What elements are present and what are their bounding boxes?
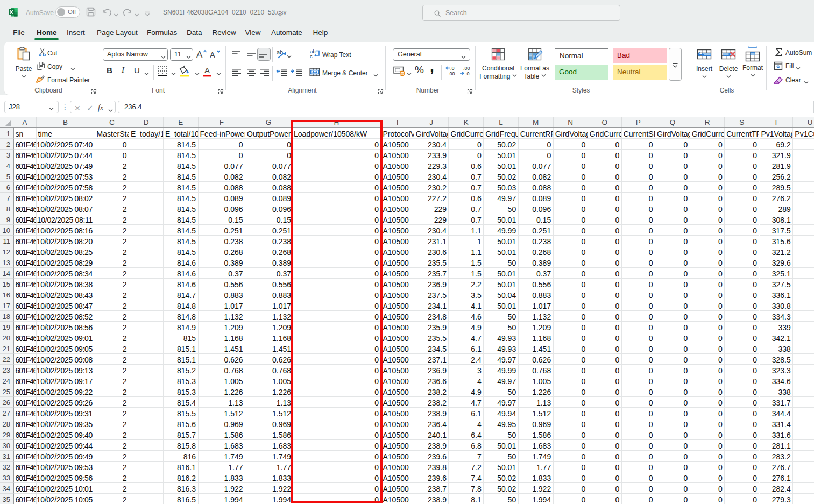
svg-text:.00: .00 — [448, 71, 455, 76]
svg-text:.00: .00 — [463, 66, 470, 71]
svg-text:c: c — [310, 53, 313, 59]
svg-text:.0: .0 — [465, 71, 470, 76]
svg-text:.0: .0 — [450, 66, 455, 71]
svg-text:fx: fx — [98, 104, 104, 112]
svg-text:A: A — [196, 49, 203, 59]
svg-text:A: A — [204, 66, 210, 75]
svg-text:A: A — [210, 51, 215, 59]
